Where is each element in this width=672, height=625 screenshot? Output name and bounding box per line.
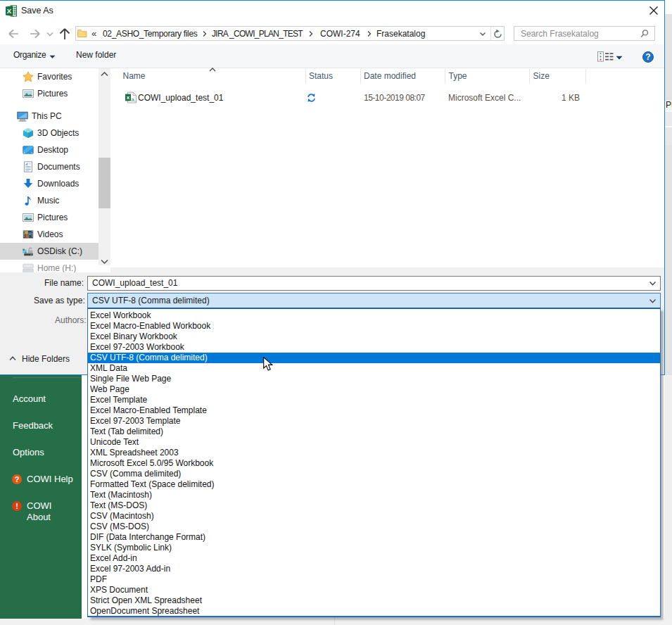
svg-text:x: x xyxy=(127,94,130,101)
svg-text:A: A xyxy=(25,162,28,165)
svg-text:a,: a, xyxy=(131,96,136,102)
svg-text:X: X xyxy=(7,7,12,15)
